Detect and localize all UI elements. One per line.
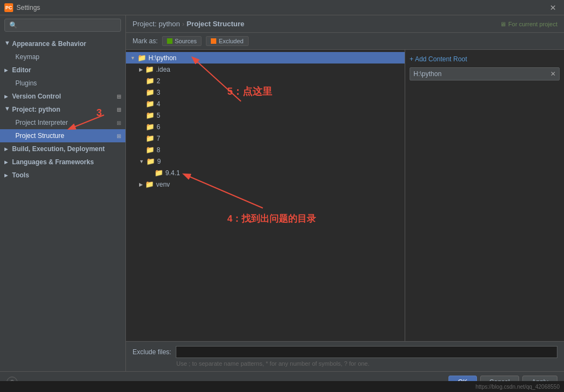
breadcrumb-separator: › (182, 20, 185, 28)
tree-item-6[interactable]: 📁 6 (126, 121, 405, 132)
sidebar: 🔍 ▶ Appearance & Behavior Keymap ▶ Edito… (0, 15, 126, 371)
tree-item-label: .idea (156, 66, 170, 73)
sidebar-item-label: Build, Execution, Deployment (12, 145, 105, 153)
folder-icon: 📁 (146, 77, 154, 85)
sidebar-item-label: Keymap (15, 53, 39, 61)
folder-icon: 📁 (146, 146, 154, 154)
exclude-row: Exclude files: (133, 346, 557, 358)
folder-icon: 📁 (154, 169, 163, 177)
tree-item-8[interactable]: 📁 8 (126, 144, 405, 155)
status-bar-text: https://blog.csdn.net/qq_42068550 (476, 384, 560, 390)
add-content-root-btn[interactable]: + Add Content Root (410, 54, 560, 64)
tree-item-label: 9 (157, 158, 161, 165)
sources-color-dot (167, 38, 172, 44)
sidebar-item-plugins[interactable]: Plugins (0, 77, 125, 90)
sources-button[interactable]: Sources (162, 36, 202, 46)
tree-item-5[interactable]: 📁 5 (126, 109, 405, 121)
mark-as-bar: Mark as: Sources Excluded (126, 33, 564, 50)
vcs-icon: ⊞ (117, 94, 121, 100)
tree-item-label: 6 (157, 123, 160, 131)
content-split: ▼ 📁 H:\python ▶ 📁 .idea 📁 2 📁 (126, 50, 564, 341)
folder-icon: 📁 (146, 134, 154, 142)
sidebar-item-label: Editor (12, 66, 31, 74)
expand-icon: ▶ (5, 41, 10, 47)
expand-icon: ▶ (4, 68, 10, 73)
close-button[interactable]: ✕ (546, 2, 560, 13)
search-box[interactable]: 🔍 (4, 19, 121, 32)
sidebar-item-label: Tools (12, 171, 29, 179)
tree-item-label: 4 (157, 100, 160, 108)
expand-icon: ▶ (139, 182, 143, 187)
tree-item-941[interactable]: 📁 9.4.1 (126, 167, 405, 178)
content-root-close-btn[interactable]: ✕ (550, 70, 556, 78)
sidebar-item-label: Appearance & Behavior (12, 40, 86, 48)
excluded-button[interactable]: Excluded (206, 36, 248, 46)
tree-item-label: 8 (157, 146, 160, 154)
expand-icon: ▶ (4, 147, 10, 152)
folder-icon: 📁 (146, 88, 154, 96)
excluded-label: Excluded (218, 38, 243, 44)
status-bar: https://blog.csdn.net/qq_42068550 (0, 381, 564, 392)
sidebar-item-label: Plugins (15, 79, 37, 87)
content-root-path: H:\python (413, 70, 441, 78)
tree-item-label: 9.4.1 (165, 169, 180, 177)
sidebar-item-keymap[interactable]: Keymap (0, 50, 125, 64)
for-current-project-btn[interactable]: 🖥 For current project (500, 21, 557, 27)
sidebar-item-tools[interactable]: ▶ Tools (0, 169, 125, 182)
sidebar-nav: ▶ Appearance & Behavior Keymap ▶ Editor … (0, 35, 125, 371)
tree-item-label: 5 (157, 112, 160, 119)
expand-icon: ▶ (4, 94, 10, 99)
project-icon: ⊞ (117, 107, 121, 113)
tree-item-hpython[interactable]: ▼ 📁 H:\python (126, 52, 405, 64)
tree-item-label: 7 (157, 135, 160, 142)
folder-icon: 📁 (137, 54, 146, 62)
app-icon: PC (4, 3, 13, 12)
tree-item-idea[interactable]: ▶ 📁 .idea (126, 64, 405, 75)
dialog: 🔍 ▶ Appearance & Behavior Keymap ▶ Edito… (0, 15, 564, 392)
sidebar-item-project[interactable]: ▶ Project: python ⊞ (0, 103, 125, 116)
sidebar-item-project-structure[interactable]: Project Structure ⊞ (0, 129, 125, 142)
folder-icon: 📁 (146, 111, 154, 119)
tree-item-venv[interactable]: ▶ 📁 venv (126, 178, 405, 190)
for-current-project-label: For current project (508, 21, 557, 27)
folder-icon: 📁 (145, 180, 154, 188)
exclude-input[interactable] (176, 346, 557, 358)
sidebar-item-editor[interactable]: ▶ Editor (0, 64, 125, 77)
folder-icon: 📁 (146, 157, 155, 165)
sidebar-item-languages[interactable]: ▶ Languages & Frameworks (0, 155, 125, 169)
collapse-icon: ▼ (130, 55, 135, 61)
monitor-icon: 🖥 (500, 21, 506, 27)
sidebar-item-label: Project Structure (15, 132, 64, 140)
sidebar-item-build[interactable]: ▶ Build, Execution, Deployment (0, 142, 125, 155)
sidebar-item-appearance[interactable]: ▶ Appearance & Behavior (0, 37, 125, 50)
folder-icon: 📁 (146, 100, 154, 108)
tree-item-2[interactable]: 📁 2 (126, 75, 405, 87)
exclude-help: Use ; to separate name patterns, * for a… (133, 360, 557, 367)
file-tree[interactable]: ▼ 📁 H:\python ▶ 📁 .idea 📁 2 📁 (126, 50, 405, 341)
breadcrumb-current: Project Structure (187, 20, 244, 28)
expand-icon: ▶ (4, 173, 10, 178)
breadcrumb: Project: python › Project Structure (133, 20, 244, 28)
search-icon: 🔍 (9, 21, 18, 29)
sources-label: Sources (175, 38, 197, 44)
folder-icon: 📁 (145, 65, 154, 73)
excluded-color-dot (211, 38, 216, 44)
tree-item-3[interactable]: 📁 3 (126, 87, 405, 98)
search-input[interactable] (20, 21, 116, 29)
sidebar-item-version-control[interactable]: ▶ Version Control ⊞ (0, 90, 125, 103)
tree-item-7[interactable]: 📁 7 (126, 132, 405, 144)
sidebar-item-project-interpreter[interactable]: Project Interpreter ⊞ (0, 116, 125, 129)
title-bar: PC Settings ✕ (0, 0, 564, 15)
tree-item-4[interactable]: 📁 4 (126, 98, 405, 109)
tree-item-9[interactable]: ▼ 📁 9 (126, 155, 405, 167)
content-header: Project: python › Project Structure 🖥 Fo… (126, 15, 564, 33)
dialog-body: 🔍 ▶ Appearance & Behavior Keymap ▶ Edito… (0, 15, 564, 371)
sidebar-item-label: Project Interpreter (15, 119, 68, 126)
tree-item-label: 2 (157, 77, 160, 85)
tree-item-label: H:\python (148, 54, 176, 62)
add-content-root-label: + Add Content Root (410, 55, 467, 63)
mark-as-label: Mark as: (133, 37, 158, 45)
title-bar-text: Settings (16, 4, 546, 11)
expand-icon: ▶ (5, 107, 10, 112)
expand-icon: ▶ (4, 160, 10, 165)
